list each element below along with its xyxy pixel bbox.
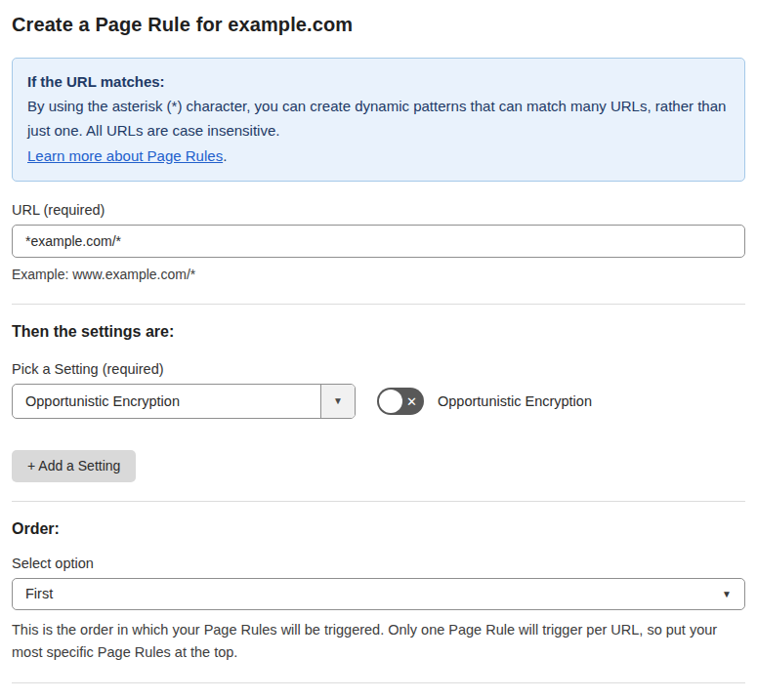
- toggle-knob: [379, 390, 402, 413]
- setting-row: Opportunistic Encryption ▼ ✕ Opportunist…: [12, 384, 745, 419]
- toggle-label: Opportunistic Encryption: [438, 393, 592, 409]
- add-setting-button[interactable]: + Add a Setting: [12, 450, 136, 482]
- link-suffix: .: [223, 147, 227, 164]
- order-helper-text: This is the order in which your Page Rul…: [12, 619, 735, 664]
- order-section-heading: Order:: [12, 520, 745, 538]
- info-box-link-row: Learn more about Page Rules.: [27, 144, 730, 168]
- divider: [12, 304, 745, 305]
- learn-more-link[interactable]: Learn more about Page Rules: [27, 147, 223, 164]
- url-matches-info-box: If the URL matches: By using the asteris…: [12, 58, 745, 182]
- divider: [12, 682, 745, 683]
- url-example-helper: Example: www.example.com/*: [12, 265, 745, 285]
- info-box-heading: If the URL matches:: [27, 69, 730, 94]
- opportunistic-encryption-toggle-wrap: ✕ Opportunistic Encryption: [377, 388, 592, 415]
- settings-section-heading: Then the settings are:: [12, 323, 745, 341]
- url-input[interactable]: [12, 225, 745, 258]
- order-select-label: Select option: [12, 556, 745, 571]
- page-title: Create a Page Rule for example.com: [12, 14, 745, 36]
- info-box-body: By using the asterisk (*) character, you…: [27, 94, 730, 143]
- url-field-label: URL (required): [12, 202, 745, 218]
- opportunistic-encryption-toggle[interactable]: ✕: [377, 388, 424, 415]
- chevron-down-icon: ▼: [333, 395, 343, 406]
- setting-dropdown-value: Opportunistic Encryption: [13, 385, 320, 418]
- toggle-off-x-icon: ✕: [406, 394, 417, 407]
- chevron-down-icon: ▼: [722, 589, 732, 599]
- pick-setting-label: Pick a Setting (required): [12, 361, 745, 377]
- order-select-value: First: [25, 586, 53, 601]
- divider: [12, 501, 745, 502]
- order-select[interactable]: First ▼: [12, 578, 745, 610]
- setting-dropdown[interactable]: Opportunistic Encryption ▼: [12, 384, 356, 419]
- create-page-rule-form: Create a Page Rule for example.com If th…: [0, 0, 757, 700]
- setting-dropdown-arrow-button[interactable]: ▼: [320, 385, 355, 418]
